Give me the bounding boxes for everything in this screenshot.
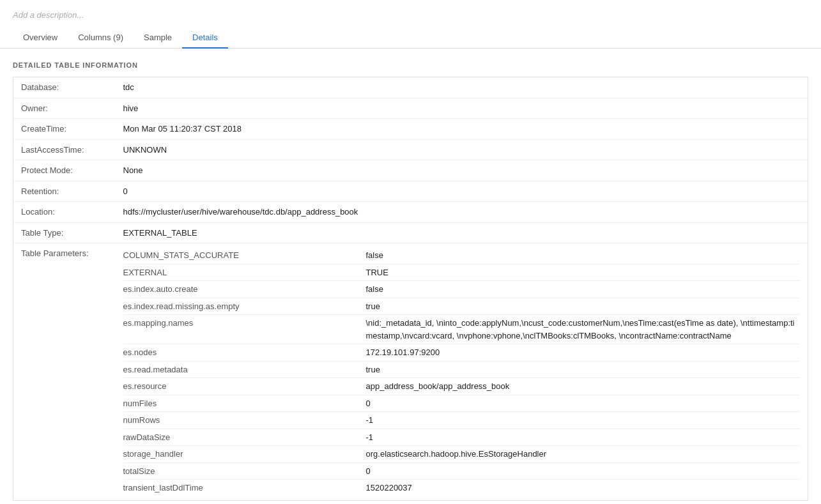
- param-row: es.read.metadata true: [123, 361, 801, 378]
- param-value: true: [366, 298, 801, 315]
- param-row: es.index.read.missing.as.empty true: [123, 298, 801, 315]
- param-value: 172.19.101.97:9200: [366, 344, 801, 362]
- param-row: es.mapping.names \nid:_metadata_id, \nin…: [123, 315, 801, 344]
- table-row: Retention: 0: [13, 181, 808, 202]
- param-value: -1: [366, 412, 801, 429]
- top-bar: Add a description... OverviewColumns (9)…: [0, 0, 821, 49]
- table-params-label: Table Parameters:: [13, 243, 116, 501]
- field-label: Protect Mode:: [13, 160, 116, 181]
- param-value: app_address_book/app_address_book: [366, 378, 801, 395]
- tab-overview[interactable]: Overview: [13, 27, 68, 49]
- field-value: hdfs://mycluster/user/hive/warehouse/tdc…: [116, 202, 808, 223]
- table-row: CreateTime: Mon Mar 05 11:20:37 CST 2018: [13, 119, 808, 140]
- field-label: Location:: [13, 202, 116, 223]
- param-value: false: [366, 247, 801, 264]
- param-row: EXTERNAL TRUE: [123, 264, 801, 281]
- field-label: Database:: [13, 77, 116, 98]
- param-key: transient_lastDdlTime: [123, 480, 366, 496]
- param-value: 1520220037: [366, 480, 801, 496]
- field-label: Table Type:: [13, 222, 116, 243]
- table-row: Location: hdfs://mycluster/user/hive/war…: [13, 202, 808, 223]
- field-value: tdc: [116, 77, 808, 98]
- table-row: Protect Mode: None: [13, 160, 808, 181]
- param-row: numRows -1: [123, 412, 801, 429]
- param-row: COLUMN_STATS_ACCURATE false: [123, 247, 801, 264]
- description-placeholder[interactable]: Add a description...: [13, 10, 808, 20]
- param-key: storage_handler: [123, 446, 366, 463]
- param-key: es.resource: [123, 378, 366, 395]
- field-value: hive: [116, 98, 808, 119]
- section-title: DETAILED TABLE INFORMATION: [13, 61, 808, 69]
- table-params-row: Table Parameters: COLUMN_STATS_ACCURATE …: [13, 243, 808, 501]
- param-row: totalSize 0: [123, 462, 801, 480]
- param-value: org.elasticsearch.hadoop.hive.EsStorageH…: [366, 446, 801, 463]
- param-key: es.nodes: [123, 344, 366, 362]
- param-value: TRUE: [366, 264, 801, 281]
- param-value: false: [366, 281, 801, 298]
- tab-details[interactable]: Details: [182, 27, 228, 49]
- param-key: numFiles: [123, 395, 366, 412]
- table-params-content: COLUMN_STATS_ACCURATE false EXTERNAL TRU…: [116, 243, 808, 501]
- param-key: es.read.metadata: [123, 361, 366, 378]
- param-value: 0: [366, 395, 801, 412]
- param-value: -1: [366, 429, 801, 446]
- table-row: Database: tdc: [13, 77, 808, 98]
- field-label: Retention:: [13, 181, 116, 202]
- param-row: storage_handler org.elasticsearch.hadoop…: [123, 446, 801, 463]
- param-row: es.resource app_address_book/app_address…: [123, 378, 801, 395]
- param-key: COLUMN_STATS_ACCURATE: [123, 247, 366, 264]
- param-row: rawDataSize -1: [123, 429, 801, 446]
- main-content: DETAILED TABLE INFORMATION Database: tdc…: [0, 49, 821, 504]
- param-key: es.index.read.missing.as.empty: [123, 298, 366, 315]
- info-table: Database: tdc Owner: hive CreateTime: Mo…: [13, 77, 808, 501]
- param-key: numRows: [123, 412, 366, 429]
- param-value: 0: [366, 462, 801, 480]
- table-row: LastAccessTime: UNKNOWN: [13, 139, 808, 160]
- field-value: 0: [116, 181, 808, 202]
- param-key: es.mapping.names: [123, 315, 366, 344]
- param-key: totalSize: [123, 462, 366, 480]
- field-label: CreateTime:: [13, 119, 116, 140]
- field-label: LastAccessTime:: [13, 139, 116, 160]
- field-value: EXTERNAL_TABLE: [116, 222, 808, 243]
- table-row: Table Type: EXTERNAL_TABLE: [13, 222, 808, 243]
- param-key: rawDataSize: [123, 429, 366, 446]
- param-row: numFiles 0: [123, 395, 801, 412]
- tabs: OverviewColumns (9)SampleDetails: [13, 27, 808, 48]
- param-row: es.index.auto.create false: [123, 281, 801, 298]
- tab-sample[interactable]: Sample: [134, 27, 182, 49]
- param-row: transient_lastDdlTime 1520220037: [123, 480, 801, 496]
- field-value: None: [116, 160, 808, 181]
- param-key: es.index.auto.create: [123, 281, 366, 298]
- table-row: Owner: hive: [13, 98, 808, 119]
- field-value: UNKNOWN: [116, 139, 808, 160]
- tab-columns--9-[interactable]: Columns (9): [68, 27, 134, 49]
- param-value: true: [366, 361, 801, 378]
- param-value: \nid:_metadata_id, \ninto_code:applyNum,…: [366, 315, 801, 344]
- field-value: Mon Mar 05 11:20:37 CST 2018: [116, 119, 808, 140]
- field-label: Owner:: [13, 98, 116, 119]
- param-key: EXTERNAL: [123, 264, 366, 281]
- param-row: es.nodes 172.19.101.97:9200: [123, 344, 801, 362]
